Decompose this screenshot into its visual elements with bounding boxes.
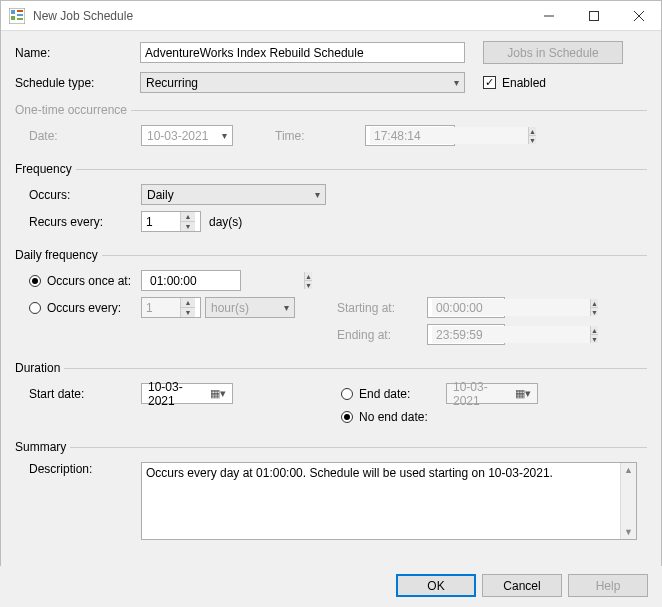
daily-frequency-group: Daily frequency Occurs once at: ▲▼ Occur… — [15, 248, 647, 351]
onetime-time-value — [370, 127, 528, 144]
help-button: Help — [568, 574, 648, 597]
occurs-every-radio[interactable]: Occurs every: — [29, 301, 141, 315]
start-date-label: Start date: — [29, 387, 141, 401]
maximize-button[interactable] — [571, 1, 616, 30]
ending-at-field: ▲▼ — [427, 324, 505, 345]
titlebar: New Job Schedule — [1, 1, 661, 31]
svg-rect-4 — [17, 14, 23, 16]
onetime-date-field: 10-03-2021 ▾ — [141, 125, 233, 146]
occurs-once-radio[interactable]: Occurs once at: — [29, 274, 141, 288]
dialog-footer: OK Cancel Help — [0, 566, 662, 607]
scrollbar[interactable]: ▲ ▼ — [620, 463, 636, 539]
name-label: Name: — [15, 46, 140, 60]
occurs-every-num-value — [142, 298, 180, 317]
daily-frequency-legend: Daily frequency — [15, 248, 102, 262]
recurs-every-input[interactable]: ▲▼ — [141, 211, 201, 232]
onetime-legend: One-time occurrence — [15, 103, 131, 117]
summary-legend: Summary — [15, 440, 70, 454]
no-end-date-label: No end date: — [359, 410, 428, 424]
spinner-icon[interactable]: ▲▼ — [180, 212, 195, 231]
ok-button[interactable]: OK — [396, 574, 476, 597]
chevron-down-icon: ▾ — [448, 77, 464, 88]
start-date-value: 10-03-2021 — [146, 380, 208, 408]
occurs-every-label: Occurs every: — [47, 301, 121, 315]
occurs-label: Occurs: — [29, 188, 141, 202]
calendar-icon: ▦▾ — [208, 387, 228, 400]
starting-at-label: Starting at: — [337, 301, 427, 315]
frequency-legend: Frequency — [15, 162, 76, 176]
close-button[interactable] — [616, 1, 661, 30]
spinner-icon[interactable]: ▲▼ — [304, 272, 312, 289]
spinner-icon: ▲▼ — [180, 298, 195, 317]
svg-rect-5 — [17, 18, 23, 20]
svg-rect-1 — [11, 10, 15, 14]
spinner-icon: ▲▼ — [590, 299, 598, 316]
radio-icon — [341, 388, 353, 400]
occurs-once-time-field[interactable]: ▲▼ — [141, 270, 241, 291]
occurs-value: Daily — [147, 188, 174, 202]
ending-at-label: Ending at: — [337, 328, 427, 342]
frequency-group: Frequency Occurs: Daily ▾ Recurs every: … — [15, 162, 647, 238]
radio-icon — [29, 275, 41, 287]
duration-group: Duration Start date: 10-03-2021 ▦▾ End d… — [15, 361, 647, 430]
description-label: Description: — [29, 462, 141, 476]
window-title: New Job Schedule — [33, 9, 526, 23]
schedule-type-value: Recurring — [146, 76, 198, 90]
schedule-type-label: Schedule type: — [15, 76, 140, 90]
end-date-label: End date: — [359, 387, 410, 401]
description-text: Occurs every day at 01:00:00. Schedule w… — [146, 466, 553, 480]
recurs-every-label: Recurs every: — [29, 215, 141, 229]
end-date-radio[interactable]: End date: — [341, 387, 446, 401]
jobs-in-schedule-button: Jobs in Schedule — [483, 41, 623, 64]
spinner-icon: ▲▼ — [590, 326, 598, 343]
svg-rect-7 — [589, 11, 598, 20]
app-icon — [9, 8, 25, 24]
time-label: Time: — [275, 129, 365, 143]
minimize-button[interactable] — [526, 1, 571, 30]
schedule-type-select[interactable]: Recurring ▾ — [140, 72, 465, 93]
end-date-value: 10-03-2021 — [451, 380, 513, 408]
date-label: Date: — [29, 129, 141, 143]
spinner-icon: ▲▼ — [528, 127, 536, 144]
occurs-every-unit-value: hour(s) — [211, 301, 249, 315]
duration-legend: Duration — [15, 361, 64, 375]
enabled-checkbox[interactable]: Enabled — [483, 76, 546, 90]
cancel-button[interactable]: Cancel — [482, 574, 562, 597]
scroll-up-icon[interactable]: ▲ — [621, 463, 636, 477]
occurs-every-num-input: ▲▼ — [141, 297, 201, 318]
occurs-once-time-value[interactable] — [146, 272, 304, 289]
chevron-down-icon: ▾ — [278, 302, 294, 313]
chevron-down-icon: ▾ — [216, 130, 232, 141]
radio-icon — [341, 411, 353, 423]
summary-group: Summary Description: Occurs every day at… — [15, 440, 647, 546]
starting-at-field: ▲▼ — [427, 297, 505, 318]
days-unit-label: day(s) — [209, 215, 242, 229]
end-date-field: 10-03-2021 ▦▾ — [446, 383, 538, 404]
svg-rect-2 — [17, 10, 23, 12]
onetime-date-value: 10-03-2021 — [147, 129, 208, 143]
svg-rect-3 — [11, 16, 15, 20]
occurs-once-label: Occurs once at: — [47, 274, 131, 288]
occurs-every-unit-select: hour(s) ▾ — [205, 297, 295, 318]
ending-at-value — [432, 326, 590, 343]
radio-icon — [29, 302, 41, 314]
start-date-field[interactable]: 10-03-2021 ▦▾ — [141, 383, 233, 404]
chevron-down-icon: ▾ — [309, 189, 325, 200]
no-end-date-radio[interactable]: No end date: — [341, 410, 428, 424]
starting-at-value — [432, 299, 590, 316]
recurs-every-value[interactable] — [142, 212, 180, 231]
occurs-select[interactable]: Daily ▾ — [141, 184, 326, 205]
description-box[interactable]: Occurs every day at 01:00:00. Schedule w… — [141, 462, 637, 540]
scroll-down-icon[interactable]: ▼ — [621, 525, 636, 539]
checkbox-icon — [483, 76, 496, 89]
name-input[interactable] — [140, 42, 465, 63]
onetime-time-field: ▲▼ — [365, 125, 455, 146]
onetime-group: One-time occurrence Date: 10-03-2021 ▾ T… — [15, 103, 647, 152]
enabled-label: Enabled — [502, 76, 546, 90]
calendar-icon: ▦▾ — [513, 387, 533, 400]
